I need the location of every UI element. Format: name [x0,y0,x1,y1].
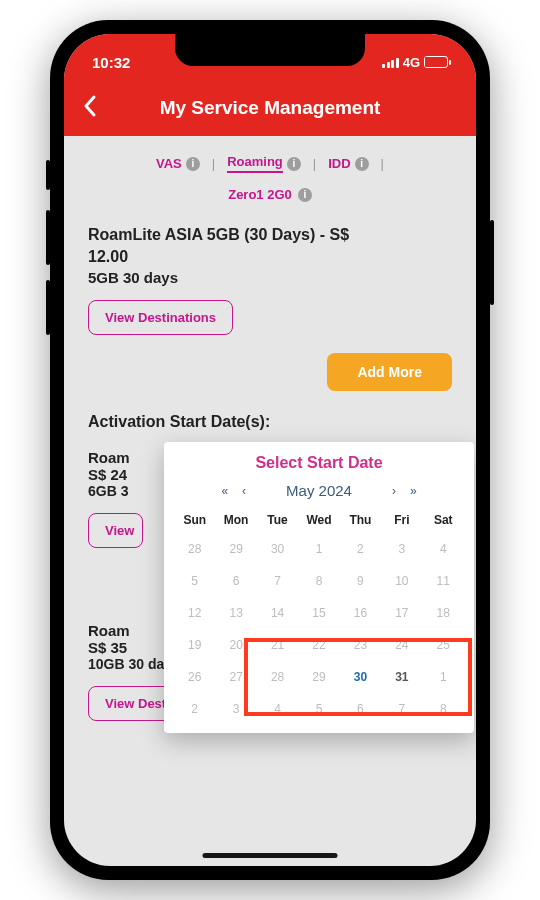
calendar-day[interactable]: 2 [174,693,215,725]
calendar-day[interactable]: 14 [257,597,298,629]
tab-roaming[interactable]: Roaming i [227,154,301,173]
app-header: My Service Management [64,80,476,136]
calendar-day[interactable]: 31 [381,661,422,693]
calendar-day[interactable]: 1 [423,661,464,693]
subtab-label: Zero1 2G0 [228,187,292,202]
info-icon[interactable]: i [355,157,369,171]
section-heading: Activation Start Date(s): [88,413,452,431]
calendar-day[interactable]: 21 [257,629,298,661]
product-title: RoamLite ASIA 5GB (30 Days) - S$ 12.00 [88,224,452,267]
calendar-day[interactable]: 3 [381,533,422,565]
calendar-day[interactable]: 5 [174,565,215,597]
product-item: RoamLite ASIA 5GB (30 Days) - S$ 12.00 5… [88,224,452,335]
calendar-day[interactable]: 19 [174,629,215,661]
calendar-grid: SunMonTueWedThuFriSat2829301234567891011… [174,507,464,725]
page-title: My Service Management [64,97,476,119]
tab-bar: VAS i | Roaming i | IDD i | [88,154,452,173]
calendar-day[interactable]: 7 [257,565,298,597]
calendar-day[interactable]: 29 [298,661,339,693]
calendar-day[interactable]: 7 [381,693,422,725]
calendar-day[interactable]: 18 [423,597,464,629]
calendar-dow: Sat [423,507,464,533]
tab-separator: | [381,156,384,171]
tab-label: Roaming [227,154,283,173]
calendar-day[interactable]: 23 [340,629,381,661]
calendar-day[interactable]: 25 [423,629,464,661]
calendar-day[interactable]: 13 [215,597,256,629]
calendar-dow: Wed [298,507,339,533]
info-icon[interactable]: i [298,188,312,202]
network-label: 4G [403,55,420,70]
calendar-next-button[interactable]: › [392,484,396,498]
calendar-day[interactable]: 5 [298,693,339,725]
calendar-day[interactable]: 11 [423,565,464,597]
add-more-button[interactable]: Add More [327,353,452,391]
calendar-day[interactable]: 12 [174,597,215,629]
product-subtitle: 5GB 30 days [88,269,452,286]
calendar-dow: Tue [257,507,298,533]
notch [175,34,365,66]
calendar-day[interactable]: 17 [381,597,422,629]
calendar-day[interactable]: 27 [215,661,256,693]
calendar-day[interactable]: 29 [215,533,256,565]
signal-icon [382,56,399,68]
calendar-day[interactable]: 28 [174,533,215,565]
calendar-title: Select Start Date [174,454,464,472]
date-picker-popover: Select Start Date « ‹ May 2024 › » SunMo… [164,442,474,733]
side-button [46,160,50,190]
content-area: VAS i | Roaming i | IDD i | Zero1 2G0 i [64,136,476,866]
calendar-first-button[interactable]: « [221,484,228,498]
tab-label: VAS [156,156,182,171]
calendar-day[interactable]: 26 [174,661,215,693]
calendar-day[interactable]: 30 [340,661,381,693]
calendar-dow: Sun [174,507,215,533]
side-button [46,280,50,335]
tab-vas[interactable]: VAS i [156,156,200,171]
calendar-day[interactable]: 24 [381,629,422,661]
calendar-day[interactable]: 4 [257,693,298,725]
calendar-day[interactable]: 8 [423,693,464,725]
calendar-nav: « ‹ May 2024 › » [174,482,464,499]
calendar-last-button[interactable]: » [410,484,417,498]
screen: 10:32 4G My Service Management VAS i | [64,34,476,866]
calendar-day[interactable]: 10 [381,565,422,597]
phone-frame: 10:32 4G My Service Management VAS i | [50,20,490,880]
status-right: 4G [382,55,448,70]
side-button [46,210,50,265]
view-destinations-button[interactable]: View [88,513,143,548]
calendar-day[interactable]: 3 [215,693,256,725]
calendar-day[interactable]: 4 [423,533,464,565]
home-indicator [203,853,338,858]
sub-tab[interactable]: Zero1 2G0 i [88,187,452,202]
tab-separator: | [313,156,316,171]
tab-label: IDD [328,156,350,171]
calendar-day[interactable]: 15 [298,597,339,629]
calendar-day[interactable]: 8 [298,565,339,597]
calendar-day[interactable]: 28 [257,661,298,693]
calendar-day[interactable]: 2 [340,533,381,565]
calendar-day[interactable]: 6 [340,693,381,725]
calendar-day[interactable]: 30 [257,533,298,565]
tab-idd[interactable]: IDD i [328,156,368,171]
side-button [490,220,494,305]
calendar-day[interactable]: 20 [215,629,256,661]
battery-icon [424,56,448,68]
status-time: 10:32 [92,54,130,71]
calendar-month-label: May 2024 [260,482,378,499]
calendar-day[interactable]: 9 [340,565,381,597]
info-icon[interactable]: i [186,157,200,171]
calendar-dow: Fri [381,507,422,533]
calendar-day[interactable]: 6 [215,565,256,597]
tab-separator: | [212,156,215,171]
calendar-day[interactable]: 22 [298,629,339,661]
calendar-dow: Mon [215,507,256,533]
calendar-prev-button[interactable]: ‹ [242,484,246,498]
calendar-day[interactable]: 1 [298,533,339,565]
calendar-day[interactable]: 16 [340,597,381,629]
view-destinations-button[interactable]: View Destinations [88,300,233,335]
info-icon[interactable]: i [287,157,301,171]
calendar-dow: Thu [340,507,381,533]
